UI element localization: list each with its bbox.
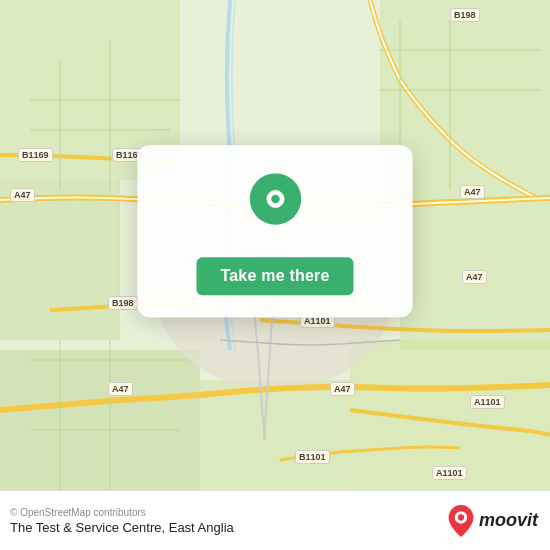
svg-rect-7: [200, 380, 350, 490]
road-label-b198-left: B198: [108, 296, 138, 310]
road-label-a1101-bottom: A1101: [470, 395, 505, 409]
road-label-b198-top: B198: [450, 8, 480, 22]
road-label-a1101-bottom2: A1101: [432, 466, 467, 480]
road-label-a47-bottom2: A47: [330, 382, 355, 396]
bottom-bar: © OpenStreetMap contributors The Test & …: [0, 490, 550, 550]
moovit-logo: moovit: [447, 505, 538, 537]
svg-point-23: [271, 195, 280, 204]
road-label-a47-right-top: A47: [460, 185, 485, 199]
svg-point-25: [458, 514, 464, 520]
location-name: The Test & Service Centre, East Anglia: [10, 520, 234, 535]
road-label-a47-left: A47: [10, 188, 35, 202]
location-card: Take me there: [138, 145, 413, 317]
road-label-a47-right-mid: A47: [462, 270, 487, 284]
take-me-there-button[interactable]: Take me there: [196, 257, 353, 295]
location-pin-icon: [245, 173, 305, 233]
svg-rect-5: [0, 350, 200, 490]
location-info: © OpenStreetMap contributors The Test & …: [10, 507, 234, 535]
moovit-text: moovit: [479, 510, 538, 531]
moovit-pin-icon: [447, 505, 475, 537]
map-container: B198 B1169 B1169 A47 A47 A47 B198 A1101 …: [0, 0, 550, 490]
road-label-b1169-left: B1169: [18, 148, 53, 162]
svg-rect-2: [0, 180, 120, 340]
osm-credit: © OpenStreetMap contributors: [10, 507, 234, 518]
road-label-b1101: B1101: [295, 450, 330, 464]
road-label-a47-bottom: A47: [108, 382, 133, 396]
